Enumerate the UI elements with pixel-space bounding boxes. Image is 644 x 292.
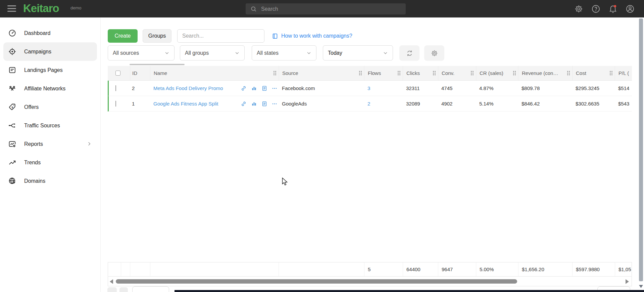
- campaign-search-input[interactable]: [177, 29, 264, 43]
- scroll-right-icon[interactable]: [626, 279, 629, 284]
- drag-handle-icon[interactable]: [513, 71, 514, 72]
- column-header-cr-sales[interactable]: CR (sales): [476, 66, 518, 80]
- filters-row: All sources All groups All states Today: [108, 45, 444, 61]
- row-revenue: $809.78: [518, 85, 572, 91]
- sidebar-item-traffic-sources[interactable]: Traffic Sources: [0, 116, 100, 135]
- scroll-down-icon[interactable]: [639, 285, 643, 288]
- sidebar-item-label: Reports: [24, 141, 43, 147]
- chart-icon[interactable]: [251, 85, 257, 91]
- row-checkbox[interactable]: [115, 101, 116, 107]
- totals-revenue: $1,656.20: [518, 262, 572, 276]
- global-search[interactable]: [246, 3, 406, 14]
- sidebar-item-affiliate-networks[interactable]: Affiliate Networks: [0, 79, 100, 98]
- drag-handle-icon[interactable]: [471, 71, 472, 72]
- column-header-revenue[interactable]: Revenue (con…: [518, 66, 572, 80]
- note-icon[interactable]: [261, 85, 267, 91]
- table-horizontal-scrollbar[interactable]: [108, 276, 632, 286]
- refresh-button[interactable]: [399, 45, 419, 61]
- drag-handle-icon[interactable]: [610, 71, 611, 72]
- campaign-name-link[interactable]: Meta Ads Food Delivery Promo: [153, 85, 223, 91]
- row-name-cell: Meta Ads Food Delivery Promo: [150, 85, 279, 91]
- row-pl: $514: [615, 85, 632, 91]
- traffic-sources-icon: [8, 121, 16, 130]
- row-flows-link[interactable]: 2: [367, 101, 370, 107]
- column-header-flows[interactable]: Flows: [364, 66, 403, 80]
- offers-icon: $: [8, 103, 16, 111]
- sidebar-item-label: Traffic Sources: [24, 123, 60, 129]
- notifications-icon[interactable]: [608, 4, 617, 13]
- campaign-name-link[interactable]: Google Ads Fitness App Split: [153, 101, 218, 107]
- groups-button[interactable]: Groups: [143, 29, 171, 43]
- chevron-down-icon: [164, 50, 169, 55]
- sidebar-item-label: Landings Pages: [24, 67, 63, 73]
- row-cr: 5.14%: [476, 101, 518, 107]
- table-top-scrollbar[interactable]: [130, 64, 185, 65]
- scroll-left-icon[interactable]: [110, 279, 113, 284]
- sources-filter-dropdown[interactable]: All sources: [108, 45, 175, 60]
- column-header-cost[interactable]: Cost: [572, 66, 615, 80]
- horizontal-scroll-thumb[interactable]: [116, 279, 517, 284]
- note-icon[interactable]: [261, 101, 267, 107]
- table-row[interactable]: 2 Meta Ads Food Delivery Promo: [108, 81, 632, 96]
- notification-dot: [614, 5, 616, 7]
- campaigns-toolbar: Create Groups How to work with campaigns…: [108, 29, 352, 43]
- settings-icon[interactable]: [574, 4, 583, 13]
- column-header-clicks[interactable]: Clicks: [403, 66, 438, 80]
- link-icon[interactable]: [241, 101, 247, 107]
- status-column-header: [121, 66, 130, 80]
- sidebar-item-label: Campaigns: [24, 49, 51, 55]
- row-clicks: 32311: [403, 85, 438, 91]
- global-search-input[interactable]: [261, 6, 389, 12]
- trends-icon: [8, 158, 16, 167]
- sidebar-item-label: Offers: [24, 104, 39, 110]
- chevron-down-icon: [306, 50, 311, 55]
- column-header-id[interactable]: ID: [130, 66, 150, 80]
- column-header-source[interactable]: Source: [279, 66, 364, 80]
- create-button[interactable]: Create: [108, 29, 138, 43]
- table-empty-area: [108, 112, 632, 262]
- help-icon[interactable]: [591, 4, 600, 13]
- column-header-pl[interactable]: P/L (: [615, 66, 632, 80]
- table-settings-button[interactable]: [424, 45, 444, 61]
- search-icon: [250, 6, 257, 12]
- table-settings-icon: [431, 49, 438, 57]
- row-pl: $543: [615, 101, 632, 107]
- states-filter-dropdown[interactable]: All states: [252, 45, 316, 60]
- page-size-select[interactable]: [132, 286, 169, 292]
- help-campaigns-link[interactable]: How to work with campaigns?: [272, 33, 352, 39]
- groups-filter-dropdown[interactable]: All groups: [180, 45, 245, 60]
- account-icon[interactable]: [626, 4, 635, 13]
- hamburger-icon[interactable]: [7, 5, 16, 12]
- chevron-right-icon: [87, 141, 92, 146]
- pagination-button[interactable]: [119, 287, 128, 292]
- column-header-conv[interactable]: Conv.: [438, 66, 476, 80]
- vertical-scroll-thumb[interactable]: [639, 18, 643, 281]
- sidebar-item-domains[interactable]: Domains: [0, 172, 100, 190]
- table-row[interactable]: 1 Google Ads Fitness App Split: [108, 96, 632, 112]
- column-header-name[interactable]: Name: [150, 66, 279, 80]
- domains-icon: [8, 177, 16, 185]
- pagination-button[interactable]: [107, 287, 117, 292]
- link-icon[interactable]: [241, 85, 247, 91]
- select-all-checkbox[interactable]: [115, 71, 120, 76]
- sidebar-item-landings-pages[interactable]: Landings Pages: [0, 61, 100, 79]
- more-icon[interactable]: [272, 86, 277, 91]
- page-vertical-scrollbar[interactable]: [639, 18, 643, 284]
- drag-handle-icon[interactable]: [398, 71, 399, 72]
- more-icon[interactable]: [272, 101, 277, 107]
- sidebar-item-dashboard[interactable]: Dashboard: [0, 24, 100, 42]
- row-checkbox[interactable]: [115, 85, 116, 91]
- sidebar-item-reports[interactable]: Reports: [0, 135, 100, 153]
- sidebar-item-campaigns[interactable]: Campaigns: [3, 42, 97, 61]
- sidebar-item-trends[interactable]: Trends: [0, 153, 100, 172]
- sidebar-item-label: Dashboard: [24, 30, 50, 36]
- chart-icon[interactable]: [251, 101, 257, 107]
- logo-demo-badge: demo: [70, 5, 82, 10]
- drag-handle-icon[interactable]: [359, 71, 360, 72]
- date-range-dropdown[interactable]: Today: [323, 45, 393, 60]
- row-flows-link[interactable]: 3: [367, 85, 370, 91]
- drag-handle-icon[interactable]: [567, 71, 568, 72]
- sidebar-item-offers[interactable]: $ Offers: [0, 98, 100, 116]
- drag-handle-icon[interactable]: [274, 71, 275, 72]
- drag-handle-icon[interactable]: [433, 71, 434, 72]
